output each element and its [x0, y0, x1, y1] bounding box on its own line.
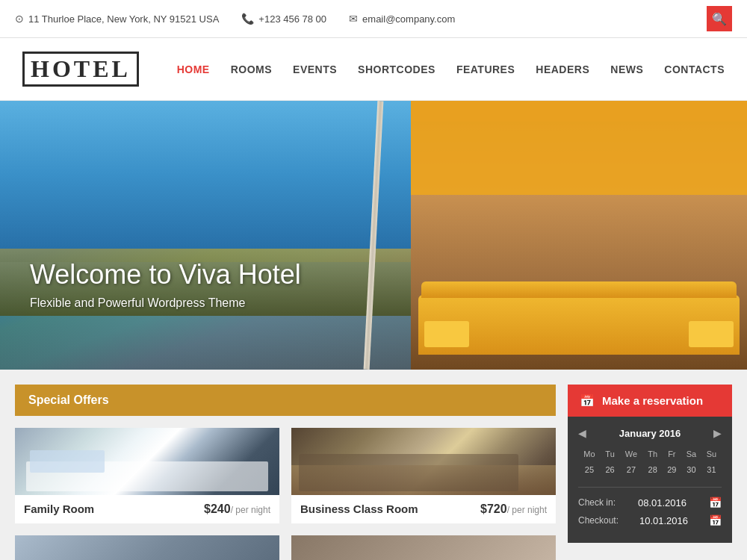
room-info-business: Business Class Room $720/ per night [291, 495, 556, 523]
room-name-business: Business Class Room [300, 503, 418, 515]
room-info-family: Family Room $240/ per night [15, 495, 279, 523]
logo: HOTEL [22, 52, 139, 87]
main-nav: HOME ROOMS EVENTS SHORTCODES FEATURES HE… [177, 63, 725, 75]
cal-date-29[interactable]: 29 [663, 461, 681, 478]
calendar-icon: 📅 [580, 393, 595, 408]
top-bar: ⊙ 11 Thurloe Place, New York, NY 91521 U… [0, 0, 747, 38]
cal-day-we: We [619, 447, 642, 461]
special-offers-section: Special Offers Family Room $240/ per nig… [15, 385, 556, 560]
calendar-next-button[interactable]: ▶ [713, 427, 722, 439]
calendar-week-row: 25 26 27 28 29 30 31 [578, 461, 722, 478]
phone-icon: 📞 [241, 13, 254, 25]
room-price-family: $240/ per night [204, 503, 270, 516]
nav-shortcodes[interactable]: SHORTCODES [358, 63, 436, 75]
checkin-label: Check in: [578, 497, 616, 508]
calendar-grid: Mo Tu We Th Fr Sa Su 25 26 27 28 [578, 447, 722, 478]
checkout-label: Checkout: [578, 515, 619, 526]
reservation-sidebar: 📅 Make a reservation ◀ January 2016 ▶ Mo… [568, 385, 732, 560]
checkin-value: 08.01.2016 [638, 497, 686, 508]
email-icon: ✉ [349, 13, 358, 25]
hero-text: Welcome to Viva Hotel Flexible and Power… [30, 259, 301, 310]
hero-right-panel [411, 101, 747, 370]
search-button[interactable]: 🔍 [707, 6, 732, 31]
address-item: ⊙ 11 Thurloe Place, New York, NY 91521 U… [15, 13, 219, 25]
reservation-header: 📅 Make a reservation [568, 385, 732, 417]
reservation-title: Make a reservation [602, 394, 703, 407]
cal-date-31[interactable]: 31 [701, 461, 722, 478]
checkin-row: Check in: 08.01.2016 📅 [578, 497, 722, 508]
hero-section: Welcome to Viva Hotel Flexible and Power… [0, 101, 747, 370]
nav-headers[interactable]: HEADERS [536, 63, 589, 75]
calendar-prev-button[interactable]: ◀ [578, 427, 586, 439]
phone-item: 📞 +123 456 78 00 [241, 13, 326, 25]
cal-date-28[interactable]: 28 [643, 461, 663, 478]
rooms-grid: Family Room $240/ per night Business Cla… [15, 428, 556, 523]
room-card-4[interactable] [291, 535, 556, 560]
cal-day-fr: Fr [663, 447, 681, 461]
cal-day-sa: Sa [681, 447, 701, 461]
room-card-family[interactable]: Family Room $240/ per night [15, 428, 279, 523]
nav-events[interactable]: EVENTS [293, 63, 337, 75]
nav-features[interactable]: FEATURES [456, 63, 515, 75]
header: HOTEL HOME ROOMS EVENTS SHORTCODES FEATU… [0, 38, 747, 101]
room-image-family [15, 428, 279, 495]
cal-day-mo: Mo [578, 447, 601, 461]
email-item: ✉ email@company.com [349, 13, 455, 25]
room-card-3[interactable] [15, 535, 279, 560]
address-text: 11 Thurloe Place, New York, NY 91521 USA [28, 13, 219, 25]
cal-day-th: Th [643, 447, 663, 461]
cal-date-27[interactable]: 27 [619, 461, 642, 478]
email-text: email@company.com [362, 13, 455, 25]
room-card-business[interactable]: Business Class Room $720/ per night [291, 428, 556, 523]
cal-day-su: Su [701, 447, 722, 461]
nav-news[interactable]: NEWS [610, 63, 643, 75]
address-icon: ⊙ [15, 13, 24, 25]
cal-date-25[interactable]: 25 [578, 461, 601, 478]
cal-day-tu: Tu [601, 447, 619, 461]
calendar-header-row: Mo Tu We Th Fr Sa Su [578, 447, 722, 461]
phone-text: +123 456 78 00 [258, 13, 326, 25]
checkout-value: 10.01.2016 [639, 515, 688, 526]
hero-title: Welcome to Viva Hotel [30, 259, 301, 290]
nav-home[interactable]: HOME [177, 63, 210, 75]
room-price-business: $720/ per night [480, 503, 547, 516]
calendar-divider [578, 487, 722, 488]
reservation-body: ◀ January 2016 ▶ Mo Tu We Th Fr Sa Su [568, 417, 732, 543]
calendar-month: January 2016 [619, 428, 681, 439]
checkin-calendar-icon[interactable]: 📅 [709, 497, 722, 508]
cal-date-30[interactable]: 30 [681, 461, 701, 478]
rooms-grid-row2 [15, 535, 556, 560]
cal-date-26[interactable]: 26 [601, 461, 619, 478]
hero-subtitle: Flexible and Powerful Wordpress Theme [30, 296, 301, 310]
checkout-row: Checkout: 10.01.2016 📅 [578, 514, 722, 526]
nav-contacts[interactable]: CONTACTS [664, 63, 725, 75]
calendar-navigation: ◀ January 2016 ▶ [578, 427, 722, 439]
hero-left-panel [0, 101, 411, 370]
special-offers-title: Special Offers [15, 385, 556, 416]
room-name-family: Family Room [24, 503, 94, 515]
main-content: Special Offers Family Room $240/ per nig… [0, 370, 747, 560]
checkout-calendar-icon[interactable]: 📅 [709, 514, 722, 526]
room-image-business [291, 428, 556, 495]
nav-rooms[interactable]: ROOMS [231, 63, 272, 75]
